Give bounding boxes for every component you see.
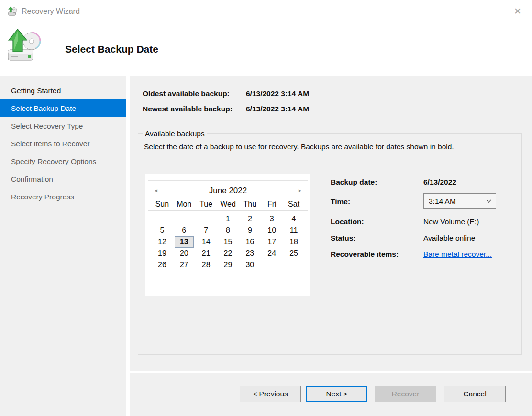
location-label: Location: (331, 218, 364, 226)
time-dropdown[interactable]: 3:14 AM (423, 193, 496, 209)
step-specify-recovery-options[interactable]: Specify Recovery Options (0, 153, 126, 170)
newest-backup-label: Newest available backup: (143, 105, 233, 113)
calendar-day (261, 259, 283, 271)
weekday-thu: Thu (239, 200, 261, 208)
time-label: Time: (331, 197, 350, 206)
calendar-day-selected[interactable]: 13 (173, 236, 195, 248)
weekday-sun: Sun (151, 200, 173, 208)
button-bar: < Previous Next > Recover Cancel (130, 373, 532, 416)
step-recovery-progress[interactable]: Recovery Progress (0, 188, 126, 206)
calendar: ◄ June 2022 ► Sun Mon Tue Wed Thu Fri Sa… (148, 180, 308, 288)
calendar-day[interactable]: 16 (239, 236, 261, 248)
calendar-day[interactable]: 15 (217, 236, 239, 248)
calendar-next-month-icon[interactable]: ► (293, 181, 307, 200)
calendar-day[interactable]: 8 (217, 225, 239, 236)
calendar-day[interactable]: 10 (261, 225, 283, 236)
calendar-day[interactable]: 7 (195, 225, 217, 236)
calendar-day[interactable]: 28 (195, 259, 217, 271)
calendar-day[interactable]: 14 (195, 236, 217, 248)
calendar-day[interactable]: 21 (195, 248, 217, 259)
calendar-day[interactable]: 19 (151, 248, 173, 259)
cancel-button[interactable]: Cancel (444, 386, 506, 402)
calendar-month-label: June 2022 (148, 181, 308, 201)
status-value: Available online (423, 234, 475, 242)
calendar-day[interactable]: 2 (239, 213, 261, 225)
step-confirmation[interactable]: Confirmation (0, 170, 126, 188)
calendar-day[interactable]: 11 (283, 225, 305, 236)
calendar-header: ◄ June 2022 ► (148, 181, 308, 200)
calendar-day[interactable]: 1 (217, 213, 239, 225)
step-getting-started[interactable]: Getting Started (0, 82, 126, 99)
page-title: Select Backup Date (65, 44, 158, 55)
available-backups-description: Select the date of a backup to use for r… (144, 142, 454, 151)
weekday-fri: Fri (261, 200, 283, 208)
calendar-day[interactable]: 24 (261, 248, 283, 259)
weekday-sat: Sat (283, 200, 305, 208)
calendar-day[interactable]: 12 (151, 236, 173, 248)
calendar-prev-month-icon[interactable]: ◄ (149, 181, 163, 200)
calendar-day (283, 259, 305, 271)
calendar-grid: 1 2 3 4 5 6 7 8 9 10 11 (148, 211, 308, 271)
wizard-header: Select Backup Date (0, 22, 532, 76)
calendar-day[interactable]: 23 (239, 248, 261, 259)
calendar-day[interactable]: 20 (173, 248, 195, 259)
weekday-mon: Mon (173, 200, 195, 208)
calendar-day[interactable]: 5 (151, 225, 173, 236)
previous-button[interactable]: < Previous (240, 386, 301, 402)
oldest-backup-label: Oldest available backup: (143, 89, 230, 98)
restore-drive-icon (6, 27, 43, 63)
step-select-backup-date[interactable]: Select Backup Date (0, 99, 126, 117)
calendar-day[interactable]: 18 (283, 236, 305, 248)
calendar-day[interactable]: 25 (283, 248, 305, 259)
weekday-wed: Wed (217, 200, 239, 208)
backup-date-value: 6/13/2022 (423, 178, 456, 186)
next-button[interactable]: Next > (306, 386, 367, 402)
oldest-backup-value: 6/13/2022 3:14 AM (246, 89, 309, 98)
calendar-day[interactable]: 22 (217, 248, 239, 259)
main-panel: Oldest available backup: 6/13/2022 3:14 … (130, 76, 532, 371)
weekday-tue: Tue (195, 200, 217, 208)
calendar-day[interactable]: 30 (239, 259, 261, 271)
calendar-day (151, 213, 173, 225)
step-select-items-to-recover[interactable]: Select Items to Recover (0, 135, 126, 153)
location-value: New Volume (E:) (423, 218, 479, 226)
status-label: Status: (331, 234, 356, 242)
time-dropdown-value: 3:14 AM (429, 197, 456, 205)
step-select-recovery-type[interactable]: Select Recovery Type (0, 117, 126, 135)
app-backup-drive-icon (7, 6, 18, 16)
calendar-day[interactable]: 6 (173, 225, 195, 236)
calendar-weekday-row: Sun Mon Tue Wed Thu Fri Sat (148, 200, 308, 211)
recover-button[interactable]: Recover (375, 386, 436, 402)
calendar-day[interactable]: 29 (217, 259, 239, 271)
recoverable-items-link[interactable]: Bare metal recover... (423, 250, 492, 259)
window-title: Recovery Wizard (22, 0, 80, 22)
wizard-steps-sidebar: Getting Started Select Backup Date Selec… (0, 76, 126, 416)
close-icon[interactable]: ✕ (511, 5, 524, 18)
recovery-wizard-window: Recovery Wizard ✕ Select Backup Date Get… (0, 0, 532, 416)
title-bar: Recovery Wizard ✕ (0, 0, 532, 22)
calendar-day[interactable]: 27 (173, 259, 195, 271)
newest-backup-value: 6/13/2022 3:14 AM (246, 105, 309, 113)
calendar-day[interactable]: 3 (261, 213, 283, 225)
calendar-day (173, 213, 195, 225)
calendar-day[interactable]: 26 (151, 259, 173, 271)
calendar-day[interactable]: 17 (261, 236, 283, 248)
calendar-day[interactable]: 9 (239, 225, 261, 236)
backup-date-label: Backup date: (331, 178, 377, 186)
calendar-day[interactable]: 4 (283, 213, 305, 225)
calendar-day (195, 213, 217, 225)
chevron-down-icon (486, 199, 491, 203)
available-backups-group-label: Available backups (143, 130, 207, 138)
calendar-panel: ◄ June 2022 ► Sun Mon Tue Wed Thu Fri Sa… (145, 174, 310, 296)
recoverable-items-label: Recoverable items: (331, 250, 399, 259)
